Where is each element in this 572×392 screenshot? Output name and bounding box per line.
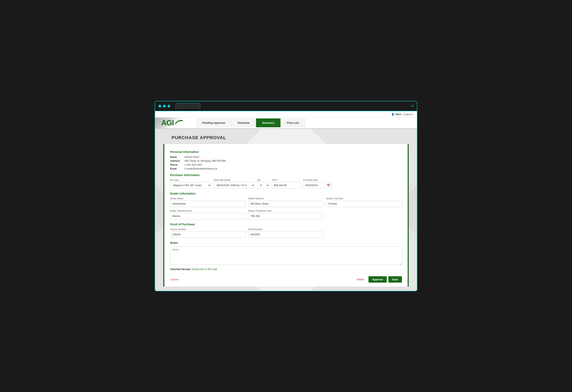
browser-tab[interactable] [176,103,200,109]
email-row: Email h.xavier@wholeberryfarms.ca [170,167,402,170]
dealer-city-label: Dealer City/Town [326,197,402,200]
top-bar: 👤 Mark [ Logout ] [155,111,417,118]
dealer-state-input[interactable] [170,213,246,219]
dealer-info-title: Dealer Information [170,192,402,195]
tab-pending-approval[interactable]: Pending Approval [196,118,231,127]
browser-dot-3[interactable] [167,105,170,108]
dealer-address-label: Dealer Address [248,197,324,200]
proof-placeholder [326,228,402,238]
dealer-placeholder-group [326,210,402,219]
dealer-row-2: Dealer State/Province Dealer Postal/Zip … [170,210,402,219]
dealer-state-group: Dealer State/Province [170,210,246,219]
notes-title: Notes [170,241,402,245]
dealer-city-input[interactable] [326,200,402,207]
phone-value: 1-204-343-2342 [184,163,202,166]
tab-summary[interactable]: Summary [256,118,281,127]
qty-select[interactable]: 4 [257,182,269,189]
address-value: 4047 Bank St, Winnipeg, MB R5T09R [184,160,226,162]
browser-dots [159,105,170,108]
serial-number-group: Serial Number [248,228,324,238]
address-row: Address 4047 Bank St, Winnipeg, MB R5T09… [170,160,402,162]
email-value: h.xavier@wholeberryfarms.ca [184,167,217,170]
user-name: Mark [396,113,401,116]
attached-receipt: Attached Receipt: invoice-06-12-2017.pdf [170,268,402,271]
save-button[interactable]: Save [388,276,402,283]
page-title: PURCHASE APPROVAL [159,135,413,140]
browser-dot-1[interactable] [159,105,161,108]
invoice-number-label: Invoice Number [170,228,246,230]
dealer-address-group: Dealer Address [248,197,324,207]
price-group: Price* [272,179,301,189]
purchase-date-wrapper: 📅 [303,182,332,189]
personal-info-title: Personal Information [170,150,402,153]
dealer-city-group: Dealer City/Town [326,197,402,207]
approve-button[interactable]: Approve [368,276,387,283]
receipt-link[interactable]: invoice-06-12-2017.pdf [192,268,217,271]
name-label: Name [170,156,184,158]
dealer-address-input[interactable] [248,200,324,207]
dealer-row-1: Dealer Name Dealer Address Dealer City/T… [170,197,402,207]
bin-model-select[interactable]: MAG1412F (2180 bu / 47 t) [214,182,254,189]
user-icon: 👤 [391,113,394,116]
phone-row: Phone 1-204-343-2342 [170,163,402,166]
qty-label: Qty [257,179,269,181]
purchase-info-title: Purchase Information [170,173,402,177]
form-card: Personal Information Name Harold Xavier … [163,144,409,287]
address-label: Address [170,160,184,162]
dealer-name-input[interactable] [170,200,246,207]
footer-actions: Delete Approve Save [357,276,402,283]
price-input[interactable] [272,182,301,189]
bin-type-select[interactable]: Magnum-F Bin (55° cone) [170,182,211,189]
qty-group: Qty 4 [257,179,269,189]
purchase-date-group: Purchase Date 📅 [303,179,332,189]
logo-swoosh [175,119,183,125]
form-footer: Cancel Delete Approve Save [170,274,402,283]
price-label: Price* [272,179,301,181]
browser-window: ≡ 👤 Mark [ Logout ] AGI Pending Approva [155,101,417,291]
name-row: Name Harold Xavier [170,156,402,158]
browser-titlebar: ≡ [155,101,417,111]
proof-of-purchase-title: Proof of Purchase [170,223,402,226]
purchase-row: Bin Type Magnum-F Bin (55° cone) Select … [170,179,402,189]
invoice-number-input[interactable] [170,231,246,238]
proof-row: Invoice Number Serial Number [170,228,402,238]
logo-area: AGI [155,118,196,128]
bin-type-label: Bin Type [170,179,211,181]
purchase-date-input[interactable] [303,182,332,189]
name-value: Harold Xavier [184,156,199,158]
cancel-button[interactable]: Cancel [170,278,178,281]
phone-label: Phone [170,163,184,166]
tab-price-list[interactable]: Price List [281,118,305,127]
logout-button[interactable]: [ Logout ] [402,113,413,116]
dealer-state-label: Dealer State/Province [170,210,246,212]
serial-number-label: Serial Number [248,228,324,230]
serial-number-input[interactable] [248,231,324,238]
purchase-date-label: Purchase Date [303,179,332,181]
notes-textarea[interactable] [170,246,402,265]
dealer-name-label: Dealer Name [170,197,246,200]
dealer-name-group: Dealer Name [170,197,246,207]
tab-overview[interactable]: Overview [231,118,256,127]
main-content: PURCHASE APPROVAL Personal Information N… [155,129,417,291]
btn-group: Approve Save [368,276,402,283]
browser-dot-2[interactable] [163,105,166,108]
dealer-postal-group: Dealer Postal/Zip Code [248,210,324,219]
bin-model-label: Select Bin Model [214,179,254,181]
receipt-label: Attached Receipt: [170,268,191,271]
nav-tabs: Pending Approval Overview Summary Price … [196,118,417,127]
nav-bar: AGI Pending Approval Overview Summary Pr… [155,118,417,129]
hamburger-menu-icon[interactable]: ≡ [411,104,413,108]
logo: AGI [161,119,183,127]
dealer-postal-input[interactable] [248,213,324,219]
bin-type-group: Bin Type Magnum-F Bin (55° cone) [170,179,211,189]
delete-button[interactable]: Delete [357,278,364,281]
logo-text: AGI [161,119,174,127]
invoice-number-group: Invoice Number [170,228,246,238]
email-label: Email [170,167,184,170]
dealer-postal-label: Dealer Postal/Zip Code [248,210,324,212]
browser-content: 👤 Mark [ Logout ] AGI Pending Approval O… [155,111,417,291]
bin-model-group: Select Bin Model MAG1412F (2180 bu / 47 … [214,179,254,189]
